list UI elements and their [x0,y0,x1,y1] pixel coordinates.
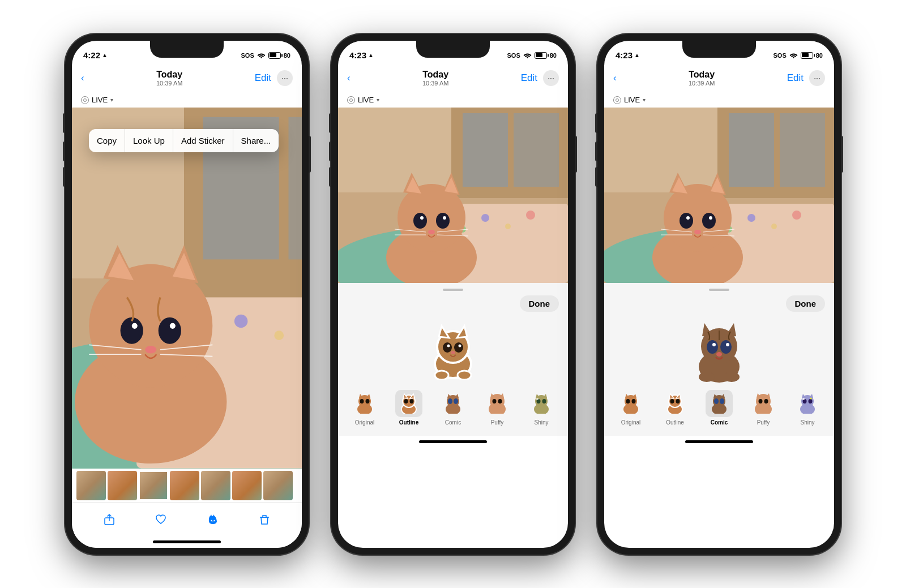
svg-point-0 [260,57,262,58]
sticker-option-puffy-2[interactable]: Puffy [476,390,518,426]
live-badge-1[interactable]: LIVE ▾ [81,96,113,104]
sticker-option-outline-2[interactable]: Outline [388,390,430,426]
battery-icon-3 [801,52,813,59]
thumb-4[interactable] [170,471,199,500]
sticker-cat-svg-2 [428,323,478,380]
edit-button-1[interactable]: Edit [255,72,271,84]
home-indicator-2 [338,436,568,447]
svg-point-51 [413,213,427,229]
sticker-outline-icon-2 [399,393,419,414]
done-button-2[interactable]: Done [520,295,559,312]
more-button-2[interactable]: ··· [543,70,559,86]
back-button-1[interactable]: ‹ [81,72,84,84]
svg-point-137 [726,343,729,346]
thumb-6[interactable] [232,471,262,500]
svg-rect-5 [289,117,302,260]
add-sticker-menu-item[interactable]: Add Sticker [173,129,233,152]
svg-point-14 [89,264,212,388]
nav-title-text-2: Today [422,70,448,80]
svg-point-32 [527,57,528,58]
live-badge-2[interactable]: LIVE ▾ [347,96,379,104]
home-indicator-1 [72,537,302,548]
thumb-5[interactable] [201,471,230,500]
sticker-option-original-3[interactable]: Original [610,390,652,426]
thumb-1[interactable] [76,471,106,500]
back-button-3[interactable]: ‹ [613,72,617,84]
svg-point-114 [792,211,801,220]
sticker-option-shiny-2[interactable]: Shiny [520,390,562,426]
svg-point-68 [451,351,455,354]
done-button-3[interactable]: Done [786,295,826,312]
photo-area-3[interactable] [604,108,834,283]
sticker-option-comic-2[interactable]: Comic [432,390,474,426]
done-btn-container-3: Done [604,295,834,317]
favorite-button-1[interactable] [152,511,169,528]
sticker-option-comic-3[interactable]: Comic [698,390,740,426]
notch-1 [150,41,224,58]
svg-point-112 [747,214,755,222]
sticker-label-outline-2: Outline [399,419,418,426]
svg-point-53 [420,216,424,220]
thumb-2[interactable] [108,471,137,500]
lookup-menu-item[interactable]: Look Up [125,129,173,152]
edit-button-2[interactable]: Edit [521,72,537,84]
share-button-1[interactable] [101,511,118,528]
nav-actions-3: Edit ··· [787,70,825,86]
home-bar-2 [419,440,487,443]
wifi-icon-3 [789,52,798,58]
svg-rect-107 [780,113,825,187]
status-right-3: SOS 80 [773,52,823,59]
sticker-preview-2 [428,317,478,385]
sticker-thumb-puffy-3 [750,390,777,417]
sticker-option-puffy-3[interactable]: Puffy [742,390,784,426]
sticker-option-shiny-3[interactable]: Shiny [787,390,828,426]
svg-point-87 [448,398,452,404]
sticker-puffy-icon-2 [487,393,507,414]
status-right-1: SOS 80 [241,52,290,59]
svg-point-123 [686,216,690,220]
svg-point-23 [145,346,156,353]
back-chevron-icon-2: ‹ [347,72,351,84]
svg-point-76 [366,399,370,404]
more-button-1[interactable]: ··· [277,70,293,86]
back-button-2[interactable]: ‹ [347,72,351,84]
nav-bar-3: ‹ Today 10:39 AM Edit ··· [604,66,834,91]
svg-point-157 [714,398,719,404]
sticker-thumb-shiny-3 [794,390,821,417]
sticker-label-shiny-3: Shiny [800,419,814,426]
nav-subtitle-2: 10:39 AM [422,80,448,87]
delete-button-1[interactable] [256,511,273,528]
phone-screen-1: 4:22 ▲ SOS 80 ‹ Today [72,41,302,548]
edit-button-3[interactable]: Edit [787,72,804,84]
sticker-preview-3 [691,317,747,385]
thumb-3[interactable] [139,471,168,500]
sticker-label-original-2: Original [355,419,374,426]
photo-area-1[interactable]: Copy Look Up Add Sticker Share... [72,108,302,469]
share-menu-item[interactable]: Share... [233,129,279,152]
live-badge-3[interactable]: LIVE ▾ [613,96,646,104]
time-display-3: 4:23 [616,50,633,60]
cat-photo-svg-1 [72,108,302,469]
svg-point-113 [771,224,777,229]
time-display-1: 4:22 [83,50,100,60]
live-chevron-icon-3: ▾ [643,97,646,103]
svg-point-146 [632,399,636,404]
live-bar-2: LIVE ▾ [338,91,568,108]
sticker-thumb-comic-2 [439,390,467,417]
svg-point-30 [213,520,215,521]
svg-point-140 [724,372,740,382]
more-button-3[interactable]: ··· [809,70,825,86]
home-bar-1 [153,540,221,543]
svg-point-64 [443,342,452,353]
notch-2 [416,41,490,58]
sticker-option-outline-3[interactable]: Outline [654,390,696,426]
sticker-option-original-2[interactable]: Original [344,390,386,426]
animal-button-1[interactable] [204,511,221,528]
cat-scene-3 [604,108,834,283]
svg-point-139 [699,372,715,382]
svg-point-66 [447,345,450,347]
live-bar-1: LIVE ▾ [72,91,302,108]
thumb-7[interactable] [263,471,293,500]
copy-menu-item[interactable]: Copy [89,129,125,152]
photo-area-2[interactable] [338,108,568,283]
